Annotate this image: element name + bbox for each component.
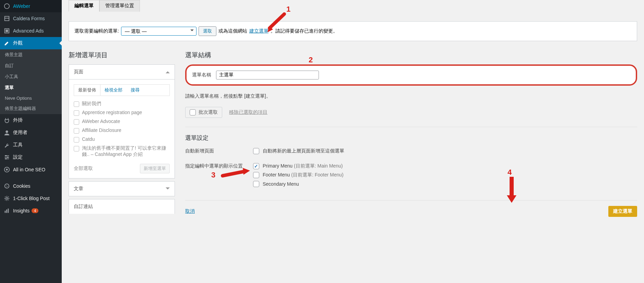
pages-accordion-head[interactable]: 頁面 (69, 64, 175, 79)
sidebar-item-caldera[interactable]: Caldera Forms (0, 12, 62, 25)
remove-selected-link[interactable]: 移除已選取的項目 (229, 109, 267, 115)
sidebar-item-label: Insights (13, 208, 29, 213)
svg-point-0 (4, 4, 9, 9)
sidebar-item-settings[interactable]: 設定 (0, 151, 62, 163)
sub-themes[interactable]: 佈景主題 (0, 49, 62, 60)
create-menu-button[interactable]: 建立選單 (608, 206, 637, 217)
chevron-up-icon (166, 69, 170, 73)
checkbox-icon[interactable] (74, 137, 79, 143)
custom-links-accordion-head[interactable]: 自訂連結 (69, 199, 175, 214)
gear-icon (3, 195, 10, 202)
location-primary-checkbox[interactable] (253, 163, 259, 169)
tab-edit-menu[interactable]: 編輯選單 (69, 0, 99, 12)
menu-structure-column: 選單結構 選單名稱 請輸入選單名稱，然後點擊 [建立選單]。 批次選取 移除已選… (185, 51, 637, 217)
select-all-link[interactable]: 全部選取 (74, 165, 93, 172)
checkbox-icon[interactable] (74, 146, 79, 151)
page-item[interactable]: Catdu (74, 135, 168, 144)
custom-head-label: 自訂連結 (74, 204, 93, 210)
menu-select-dropdown[interactable]: — 選取 — (121, 27, 196, 36)
cancel-link[interactable]: 取消 (185, 208, 195, 214)
sub-widgets[interactable]: 小工具 (0, 71, 62, 82)
checkbox-icon[interactable] (74, 128, 79, 134)
structure-heading: 選單結構 (185, 51, 637, 60)
create-menu-link[interactable]: 建立選單 (249, 28, 269, 34)
checkbox-icon[interactable] (74, 110, 79, 116)
sidebar-item-label: 1-Click Blog Post (13, 196, 50, 201)
aweber-icon (3, 3, 10, 10)
appearance-submenu: 佈景主題 自訂 小工具 選單 Neve Options 佈景主題編輯器 (0, 49, 62, 114)
sidebar-item-label: 外掛 (13, 117, 23, 123)
auto-add-desc: 自動將新的最上層頁面新增至這個選單 (263, 148, 344, 154)
sub-theme-editor[interactable]: 佈景主題編輯器 (0, 103, 62, 114)
chevron-down-icon (166, 187, 170, 192)
user-icon (3, 129, 10, 136)
inner-tab-all[interactable]: 檢視全部 (100, 85, 127, 96)
menu-select-bar: 選取需要編輯的選單: — 選取 — 選取 或為這個網站建立選單。請記得要儲存已進… (69, 21, 637, 41)
svg-rect-20 (6, 209, 7, 213)
nav-tabs: 編輯選單 管理選單位置 (69, 0, 637, 12)
menu-name-row: 選單名稱 (185, 64, 637, 86)
checkbox-icon[interactable] (74, 119, 79, 125)
sidebar-item-aweber[interactable]: AWeber (0, 0, 62, 12)
checkbox-icon[interactable] (190, 109, 196, 115)
sidebar-item-cookies[interactable]: Cookies (0, 180, 62, 192)
sidebar-item-aioseo[interactable]: All in One SEO (0, 163, 62, 176)
location-footer-checkbox[interactable] (253, 172, 259, 178)
checkbox-icon[interactable] (74, 101, 79, 107)
sidebar-item-label: Caldera Forms (13, 16, 45, 21)
svg-point-14 (5, 184, 9, 188)
auto-add-checkbox[interactable] (253, 148, 259, 154)
sidebar-item-appearance[interactable]: 外觀 (0, 37, 62, 49)
page-item[interactable]: 關於我們 (74, 99, 168, 108)
svg-point-9 (5, 155, 7, 157)
ads-icon (3, 27, 10, 34)
sidebar-item-advancedads[interactable]: Advanced Ads (0, 25, 62, 37)
brush-icon (3, 40, 10, 47)
svg-point-17 (6, 187, 7, 187)
main-content: 編輯選單 管理選單位置 選取需要編輯的選單: — 選取 — 選取 或為這個網站建… (62, 0, 644, 283)
sidebar-item-label: 外觀 (13, 40, 23, 46)
svg-point-5 (5, 131, 8, 133)
tab-manage-locations[interactable]: 管理選單位置 (99, 0, 140, 12)
posts-accordion-head[interactable]: 文章 (69, 181, 175, 196)
sidebar-item-label: 設定 (13, 154, 23, 160)
sidebar-item-label: All in One SEO (13, 167, 45, 172)
svg-point-15 (6, 185, 7, 186)
location-label: 指定編輯中選單的顯示位置 (185, 163, 253, 169)
inner-tab-recent[interactable]: 最新發佈 (74, 85, 100, 96)
page-item[interactable]: Affiliate Disclosure (74, 126, 168, 135)
menu-name-input[interactable] (216, 71, 319, 79)
sub-menus[interactable]: 選單 (0, 82, 62, 93)
helper-text: 請輸入選單名稱，然後點擊 [建立選單]。 (185, 93, 637, 99)
sidebar-item-blogpost[interactable]: 1-Click Blog Post (0, 192, 62, 205)
svg-rect-21 (8, 209, 9, 213)
svg-point-16 (7, 186, 8, 187)
sidebar-item-users[interactable]: 使用者 (0, 126, 62, 139)
sidebar-item-plugins[interactable]: 外掛 (0, 114, 62, 126)
sidebar-item-label: 工具 (13, 142, 23, 148)
wrench-icon (3, 142, 10, 148)
pages-inner-tabs: 最新發佈 檢視全部 搜尋 (74, 84, 170, 96)
footer-row: 取消 建立選單 (185, 200, 637, 217)
svg-point-18 (6, 197, 8, 199)
menu-settings-heading: 選單設定 (185, 134, 637, 142)
plugin-icon (3, 117, 10, 124)
sub-neve[interactable]: Neve Options (0, 93, 62, 103)
auto-add-label: 自動新增頁面 (185, 148, 253, 154)
bulk-select-toggle[interactable]: 批次選取 (185, 107, 222, 118)
page-item[interactable]: AWeber Advocate (74, 117, 168, 126)
location-secondary-checkbox[interactable] (253, 181, 259, 187)
sidebar-item-tools[interactable]: 工具 (0, 139, 62, 151)
settings-grid: 自動新增頁面 自動將新的最上層頁面新增至這個選單 指定編輯中選單的顯示位置 Pr… (185, 148, 637, 190)
add-items-heading: 新增選單項目 (69, 51, 175, 60)
pages-list[interactable]: 關於我們 Apprentice registration page AWeber… (74, 99, 170, 159)
sub-customize[interactable]: 自訂 (0, 60, 62, 71)
select-button[interactable]: 選取 (199, 26, 216, 36)
bulk-row: 批次選取 移除已選取的項目 (185, 107, 637, 118)
pages-panel: 最新發佈 檢視全部 搜尋 關於我們 Apprentice registratio… (69, 79, 175, 179)
page-item[interactable]: Apprentice registration page (74, 108, 168, 117)
page-item[interactable]: 淘汰的舊手機不要閒置了! 可以拿它來賺錢.. – CashMagnet App … (74, 144, 168, 159)
sidebar-item-insights[interactable]: Insights 4 (0, 205, 62, 217)
inner-tab-search[interactable]: 搜尋 (127, 85, 144, 96)
sidebar-item-label: Advanced Ads (13, 28, 44, 34)
